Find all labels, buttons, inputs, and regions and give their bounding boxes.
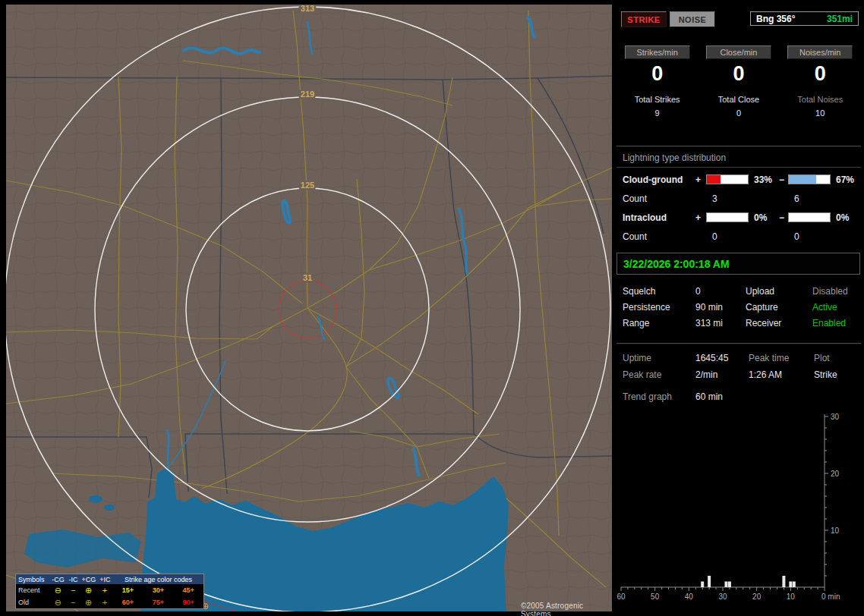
- cg-plus-bar: [706, 174, 749, 184]
- svg-text:0 min: 0 min: [821, 592, 840, 601]
- ring-label-125: 125: [301, 181, 314, 190]
- divider: [616, 146, 861, 147]
- age-30: 30+: [143, 586, 173, 594]
- ring-label-313: 313: [301, 5, 314, 13]
- range-label: Range: [623, 318, 695, 328]
- symbols-legend: Symbols -CG -IC +CG +IC Strike age color…: [15, 574, 204, 609]
- legend-symbols-title: Symbols: [16, 576, 50, 583]
- squelch-value: 0: [695, 286, 746, 297]
- cg-plus-percent: 33%: [750, 174, 779, 185]
- svg-text:40: 40: [685, 592, 694, 601]
- minus-sign: −: [779, 174, 788, 185]
- uptime-label: Uptime: [623, 353, 695, 363]
- trend-graph-label: Trend graph: [623, 391, 695, 402]
- minus-ic-icon: −: [66, 586, 80, 594]
- peak-rate-label: Peak rate: [623, 369, 695, 380]
- legend-row-recent: Recent ⊖ − ⊕ + 15+ 30+ 45+: [16, 584, 203, 596]
- distribution-title: Lightning type distribution: [616, 152, 861, 168]
- svg-text:50: 50: [651, 592, 660, 601]
- ic-minus-count: 0: [788, 231, 832, 242]
- legend-col-nic: -IC: [66, 576, 80, 583]
- noises-per-min-value: 0: [780, 62, 861, 86]
- ic-minus-bar: [788, 212, 831, 222]
- legend-col-ncg: -CG: [50, 576, 66, 583]
- receiver-status: Enabled: [812, 318, 861, 328]
- noise-indicator-button[interactable]: NOISE: [670, 11, 715, 27]
- noises-column: Noises/min 0 Total Noises 10: [780, 46, 861, 118]
- upload-status: Disabled: [812, 286, 861, 297]
- peak-time-value: 1:26 AM: [749, 369, 814, 380]
- squelch-label: Squelch: [623, 286, 695, 297]
- plus-sign: +: [695, 212, 706, 223]
- svg-text:30: 30: [718, 592, 727, 601]
- trend-graph-header: Trend graph 60 min: [616, 391, 864, 402]
- close-column: Close/min 0 Total Close 0: [698, 46, 779, 118]
- persistence-value: 90 min: [695, 302, 746, 313]
- strike-trend-chart: 6050403020100 min102030: [615, 407, 864, 614]
- cg-minus-bar: [788, 174, 831, 184]
- stats-grid: Uptime 1645:45 Peak time Plot Peak rate …: [616, 350, 864, 383]
- strike-indicator-button[interactable]: STRIKE: [621, 11, 667, 27]
- plus-cg-icon: ⊕: [80, 586, 97, 594]
- plot-value: Strike: [814, 369, 861, 380]
- peak-rate-value: 2/min: [695, 369, 749, 380]
- age-60: 60+: [113, 599, 143, 606]
- svg-text:10: 10: [831, 526, 840, 535]
- trend-chart-svg: 6050403020100 min102030: [615, 407, 864, 614]
- capture-status: Active: [812, 302, 861, 313]
- total-noises-value: 10: [780, 108, 861, 118]
- nexstorm-window: 313 219 125 31 ⊕ Symbols -CG -IC +CG +IC…: [0, 0, 864, 616]
- ic-plus-bar: [706, 212, 749, 222]
- total-noises-label: Total Noises: [780, 95, 861, 104]
- plus-ic-icon: +: [97, 586, 113, 594]
- svg-text:30: 30: [831, 413, 840, 421]
- datetime-display: 3/22/2026 2:00:18 AM: [616, 253, 860, 275]
- capture-label: Capture: [746, 302, 812, 313]
- receiver-label: Receiver: [746, 318, 812, 328]
- svg-text:60: 60: [616, 592, 626, 601]
- peak-time-label: Peak time: [749, 353, 814, 363]
- ring-label-219: 219: [301, 90, 314, 99]
- svg-text:20: 20: [752, 592, 762, 601]
- legend-age-title: Strike age color codes: [113, 576, 203, 583]
- lightning-type-distribution: Cloud-ground + 33% − 67% Count 3 6 Intra…: [616, 170, 864, 246]
- ic-count-label: Count: [623, 231, 695, 242]
- strikes-per-min-value: 0: [616, 62, 698, 86]
- total-strikes-label: Total Strikes: [616, 95, 698, 104]
- upload-label: Upload: [746, 286, 812, 297]
- minus-cg-icon: ⊖: [50, 586, 66, 594]
- close-per-min-value: 0: [698, 62, 779, 86]
- total-strikes-value: 9: [616, 108, 698, 118]
- ic-minus-percent: 0%: [832, 212, 859, 223]
- cg-minus-count: 6: [788, 193, 832, 204]
- plus-sign: +: [695, 174, 706, 185]
- age-45: 45+: [173, 586, 203, 594]
- map-canvas: 313 219 125 31 ⊕: [6, 5, 612, 611]
- legend-row-old: Old ⊖ − ⊕ + 60+ 75+ 90+: [16, 596, 203, 608]
- rate-counters: Strikes/min 0 Total Strikes 9 Close/min …: [616, 46, 861, 118]
- total-close-label: Total Close: [698, 95, 779, 104]
- cg-count-label: Count: [623, 193, 695, 204]
- cloud-ground-label: Cloud-ground: [623, 174, 695, 185]
- cg-plus-count: 3: [706, 193, 750, 204]
- minus-sign: −: [779, 212, 788, 223]
- ic-plus-count: 0: [706, 231, 750, 242]
- plus-cg-icon: ⊕: [80, 599, 97, 606]
- lightning-map[interactable]: 313 219 125 31 ⊕ Symbols -CG -IC +CG +IC…: [6, 5, 612, 611]
- legend-col-pcg: +CG: [80, 576, 97, 583]
- ic-plus-percent: 0%: [750, 212, 779, 223]
- ring-label-31: 31: [303, 273, 312, 282]
- age-90: 90+: [173, 599, 203, 606]
- noises-per-min-label[interactable]: Noises/min: [787, 46, 853, 59]
- cg-minus-percent: 67%: [832, 174, 859, 185]
- svg-text:20: 20: [831, 470, 840, 478]
- settings-grid: Squelch 0 Upload Disabled Persistence 90…: [616, 283, 864, 331]
- bearing-display: Bng 356° 351mi: [750, 11, 859, 26]
- plus-ic-icon: +: [97, 599, 113, 606]
- legend-old-label: Old: [16, 599, 50, 606]
- strikes-per-min-label[interactable]: Strikes/min: [625, 46, 690, 59]
- strikes-column: Strikes/min 0 Total Strikes 9: [616, 46, 698, 118]
- range-value: 313 mi: [695, 318, 746, 328]
- close-per-min-label[interactable]: Close/min: [706, 46, 771, 59]
- legend-header: Symbols -CG -IC +CG +IC Strike age color…: [16, 574, 203, 584]
